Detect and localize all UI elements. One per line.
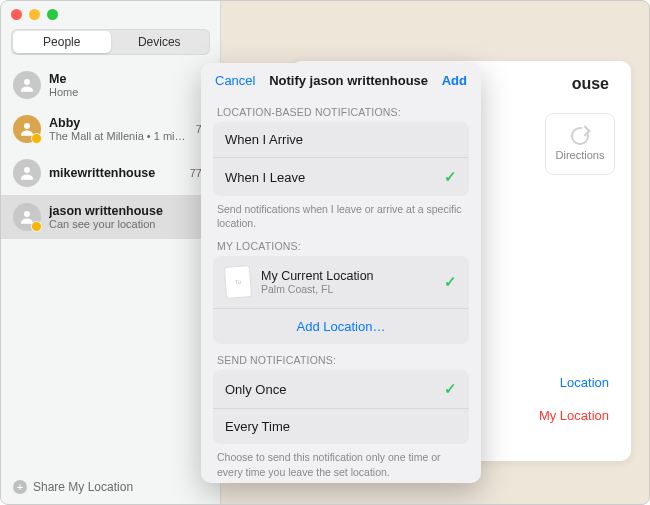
zoom-icon[interactable]: [47, 9, 58, 20]
directions-label: Directions: [556, 149, 605, 161]
avatar: [13, 115, 41, 143]
tab-people[interactable]: People: [13, 31, 111, 53]
person-sub: The Mall at Millenia • 1 minute ago: [49, 130, 188, 142]
list-item[interactable]: mikewrittenhouse 774: [1, 151, 220, 195]
option-label: When I Arrive: [225, 132, 303, 147]
list-item[interactable]: jason writtenhouse Can see your location: [1, 195, 220, 239]
status-badge-icon: [31, 221, 42, 232]
person-name: mikewrittenhouse: [49, 166, 182, 180]
sheet-title: Notify jason writtenhouse: [269, 73, 428, 88]
share-my-location-button[interactable]: + Share My Location: [1, 470, 220, 504]
sheet-body: LOCATION-BASED NOTIFICATIONS: When I Arr…: [201, 96, 481, 483]
person-sub: Home: [49, 86, 208, 98]
svg-point-1: [24, 123, 30, 129]
frequency-group: Only Once ✓ Every Time: [213, 370, 469, 444]
app-window: People Devices Me Home Abb: [0, 0, 650, 505]
sidebar: People Devices Me Home Abb: [1, 1, 221, 504]
add-button[interactable]: Add: [442, 73, 467, 88]
avatar: [13, 203, 41, 231]
location-group: To My Current Location Palm Coast, FL ✓ …: [213, 256, 469, 344]
detail-link[interactable]: Location: [560, 375, 609, 390]
option-label: When I Leave: [225, 170, 305, 185]
minimize-icon[interactable]: [29, 9, 40, 20]
option-label: Every Time: [225, 419, 290, 434]
person-name: Abby: [49, 116, 188, 130]
option-only-once[interactable]: Only Once ✓: [213, 370, 469, 408]
section-label: LOCATION-BASED NOTIFICATIONS:: [217, 106, 465, 118]
section-label: MY LOCATIONS:: [217, 240, 465, 252]
location-name: My Current Location: [261, 269, 434, 283]
people-list: Me Home Abby The Mall at Millenia • 1 mi…: [1, 63, 220, 470]
location-row[interactable]: To My Current Location Palm Coast, FL ✓: [213, 256, 469, 308]
svg-point-0: [24, 79, 30, 85]
section-label: SEND NOTIFICATIONS:: [217, 354, 465, 366]
section-hint: Choose to send this notification only on…: [217, 450, 465, 478]
list-item[interactable]: Me Home: [1, 63, 220, 107]
plus-icon: +: [13, 480, 27, 494]
cancel-button[interactable]: Cancel: [215, 73, 255, 88]
avatar: [13, 71, 41, 99]
person-name: Me: [49, 72, 208, 86]
sheet-header: Cancel Notify jason writtenhouse Add: [201, 63, 481, 96]
status-badge-icon: [31, 133, 42, 144]
directions-button[interactable]: Directions: [545, 113, 615, 175]
share-label: Share My Location: [33, 480, 133, 494]
section-hint: Send notifications when I leave or arriv…: [217, 202, 465, 230]
map-thumb-icon: To: [224, 265, 252, 299]
directions-icon: [571, 127, 589, 145]
option-when-i-arrive[interactable]: When I Arrive: [213, 122, 469, 157]
svg-point-3: [24, 211, 30, 217]
notify-sheet: Cancel Notify jason writtenhouse Add LOC…: [201, 63, 481, 483]
list-item[interactable]: Abby The Mall at Millenia • 1 minute ago…: [1, 107, 220, 151]
detail-link[interactable]: My Location: [539, 408, 609, 423]
close-icon[interactable]: [11, 9, 22, 20]
option-every-time[interactable]: Every Time: [213, 408, 469, 444]
checkmark-icon: ✓: [444, 380, 457, 398]
add-location-label: Add Location…: [297, 319, 386, 334]
segmented-control: People Devices: [11, 29, 210, 55]
location-sub: Palm Coast, FL: [261, 283, 434, 295]
avatar: [13, 159, 41, 187]
window-controls: [11, 9, 58, 20]
person-name: jason writtenhouse: [49, 204, 208, 218]
svg-point-2: [24, 167, 30, 173]
checkmark-icon: ✓: [444, 168, 457, 186]
option-label: Only Once: [225, 382, 286, 397]
option-group: When I Arrive When I Leave ✓: [213, 122, 469, 196]
add-location-button[interactable]: Add Location…: [213, 308, 469, 344]
tab-devices[interactable]: Devices: [111, 31, 209, 53]
option-when-i-leave[interactable]: When I Leave ✓: [213, 157, 469, 196]
person-sub: Can see your location: [49, 218, 208, 230]
checkmark-icon: ✓: [444, 273, 457, 291]
